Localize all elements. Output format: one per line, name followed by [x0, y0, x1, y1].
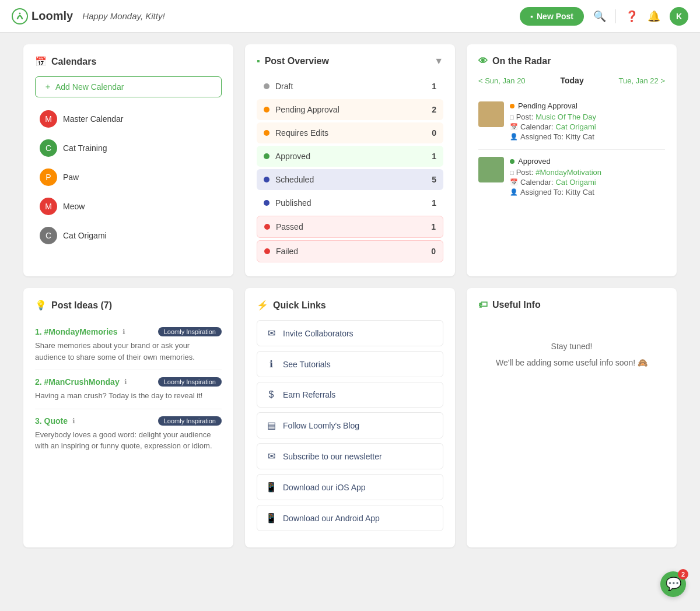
idea-list: 1. #MondayMemories ℹ Loomly Inspiration … [35, 320, 222, 459]
help-icon[interactable]: ❓ [625, 10, 638, 23]
useful-info-body: Stay tuned! We'll be adding some useful … [478, 319, 665, 389]
radar-prev-button[interactable]: < Sun, Jan 20 [478, 76, 526, 85]
cal-label-master: Master Calendar [63, 114, 124, 124]
ql-label-tutorials: See Tutorials [283, 360, 331, 369]
calendar-list: M Master Calendar C Cat Training P Paw M… [35, 104, 222, 250]
useful-info-title: 🏷 Useful Info [478, 300, 665, 310]
po-row-scheduled[interactable]: Scheduled 5 [257, 169, 443, 190]
idea-header-2: 2. #ManCrushMonday ℹ Loomly Inspiration [35, 377, 222, 387]
quick-link-blog[interactable]: ▤ Follow Loomly's Blog [257, 412, 443, 438]
new-post-button[interactable]: ▪ New Post [520, 7, 584, 26]
post-icon-sm: □ [510, 169, 514, 176]
radar-icon: 👁 [478, 56, 488, 66]
radar-post-link-0[interactable]: Music Of The Day [536, 113, 596, 121]
post-idea-item-3: 3. Quote ℹ Loomly Inspiration Everybody … [35, 409, 222, 459]
plus-icon: ＋ [44, 82, 52, 92]
radar-status-dot-0 [510, 104, 514, 108]
sidebar-item-paw[interactable]: P Paw [35, 163, 222, 192]
sidebar-item-master[interactable]: M Master Calendar [35, 104, 222, 134]
avatar[interactable]: K [670, 7, 688, 26]
po-dot [264, 107, 270, 113]
ql-label-invite: Invite Collaborators [283, 329, 354, 338]
radar-nav: < Sun, Jan 20 Today Tue, Jan 22 > [478, 76, 665, 85]
useful-info-line1: Stay tuned! [551, 338, 593, 354]
po-count: 2 [432, 105, 436, 114]
post-ideas-title: 💡 Post Ideas (7) [35, 300, 222, 311]
radar-items: Pending Approval □ Post: Music Of The Da… [478, 94, 665, 205]
cal-label-meow: Meow [63, 202, 85, 211]
quick-link-invite[interactable]: ✉ Invite Collaborators [257, 320, 443, 346]
ql-label-android: Download our Android App [283, 514, 380, 523]
radar-item-0: Pending Approval □ Post: Music Of The Da… [478, 94, 665, 150]
ql-icon-ios: 📱 [265, 482, 277, 493]
po-row-draft[interactable]: Draft 1 [257, 76, 443, 97]
quick-link-tutorials[interactable]: ℹ See Tutorials [257, 351, 443, 377]
post-icon-sm: □ [510, 114, 514, 121]
radar-next-button[interactable]: Tue, Jan 22 > [619, 76, 665, 85]
cal-icon-paw: P [40, 168, 57, 186]
po-label: Scheduled [275, 175, 432, 184]
ql-label-referrals: Earn Referrals [283, 390, 335, 399]
cal-icon-meow: M [40, 198, 57, 215]
radar-content-0: Pending Approval □ Post: Music Of The Da… [510, 101, 665, 142]
idea-title-1[interactable]: 1. #MondayMemories [35, 327, 118, 336]
quick-link-android[interactable]: 📱 Download our Android App [257, 505, 443, 531]
ql-icon-android: 📱 [265, 512, 277, 524]
cal-icon-master: M [40, 110, 57, 128]
radar-status-label-1: Approved [518, 157, 551, 166]
post-overview-title: ▪ Post Overview ▼ [257, 56, 443, 66]
radar-assigned-0: 👤 Assigned To: Kitty Cat [510, 132, 665, 141]
po-label: Pending Approval [275, 105, 432, 114]
radar-assigned-1: 👤 Assigned To: Kitty Cat [510, 188, 665, 196]
po-count: 0 [431, 247, 436, 256]
post-overview-card: ▪ Post Overview ▼ Draft 1 Pending Approv… [245, 44, 455, 276]
po-row-requires-edits[interactable]: Requires Edits 0 [257, 122, 443, 143]
post-overview-rows: Draft 1 Pending Approval 2 Requires Edit… [257, 76, 443, 262]
header-divider [615, 9, 616, 23]
po-row-passed[interactable]: Passed 1 [257, 216, 443, 238]
idea-title-2[interactable]: 2. #ManCrushMonday [35, 377, 120, 387]
cal-label-paw: Paw [63, 173, 79, 182]
ql-icon-tutorials: ℹ [265, 359, 277, 370]
radar-calendar-line-1: 📅 Calendar: Cat Origami [510, 178, 665, 187]
radar-calendar-link-0[interactable]: Cat Origami [555, 122, 596, 131]
info-icon-2[interactable]: ℹ [124, 378, 127, 386]
po-row-pending-approval[interactable]: Pending Approval 2 [257, 99, 443, 120]
idea-title-3[interactable]: 3. Quote [35, 416, 68, 426]
info-icon-3[interactable]: ℹ [72, 417, 75, 425]
notifications-icon[interactable]: 🔔 [648, 10, 660, 23]
quick-link-newsletter[interactable]: ✉ Subscribe to our newsletter [257, 443, 443, 469]
cal-icon-cat-training: C [40, 139, 57, 157]
radar-status-1: Approved [510, 157, 665, 166]
radar-post-line-0: □ Post: Music Of The Day [510, 113, 665, 121]
cal-label-cat-training: Cat Training [63, 143, 107, 153]
useful-info-line2: We'll be adding some useful info soon! 🙈 [496, 354, 648, 371]
po-label: Draft [275, 82, 432, 91]
po-row-approved[interactable]: Approved 1 [257, 146, 443, 167]
filter-icon[interactable]: ▼ [434, 56, 443, 66]
cal-label-cat-origami: Cat Origami [63, 231, 107, 240]
post-overview-icon: ▪ [257, 56, 260, 66]
ql-icon-newsletter: ✉ [265, 451, 277, 462]
person-icon-sm: 👤 [510, 188, 518, 196]
search-icon[interactable]: 🔍 [593, 10, 606, 23]
add-calendar-button[interactable]: ＋ Add New Calendar [35, 76, 222, 97]
sidebar-item-cat-origami[interactable]: C Cat Origami [35, 221, 222, 250]
po-dot [264, 200, 270, 206]
radar-status-label-0: Pending Approval [518, 101, 578, 110]
po-row-published[interactable]: Published 1 [257, 192, 443, 213]
quick-link-referrals[interactable]: $ Earn Referrals [257, 382, 443, 408]
idea-header-1: 1. #MondayMemories ℹ Loomly Inspiration [35, 327, 222, 336]
sidebar-item-meow[interactable]: M Meow [35, 192, 222, 221]
radar-calendar-link-1[interactable]: Cat Origami [555, 178, 596, 187]
header-actions: ▪ New Post 🔍 ❓ 🔔 K [520, 7, 688, 26]
quick-link-ios[interactable]: 📱 Download our iOS App [257, 474, 443, 500]
radar-calendar-line-0: 📅 Calendar: Cat Origami [510, 122, 665, 131]
post-ideas-card: 💡 Post Ideas (7) 1. #MondayMemories ℹ Lo… [23, 288, 233, 547]
radar-post-link-1[interactable]: #MondayMotivation [536, 168, 601, 177]
po-row-failed[interactable]: Failed 0 [257, 240, 443, 262]
info-icon-1[interactable]: ℹ [123, 328, 125, 336]
main-grid: 📅 Calendars ＋ Add New Calendar M Master … [12, 33, 688, 559]
sidebar-item-cat-training[interactable]: C Cat Training [35, 134, 222, 163]
post-idea-item-1: 1. #MondayMemories ℹ Loomly Inspiration … [35, 320, 222, 370]
